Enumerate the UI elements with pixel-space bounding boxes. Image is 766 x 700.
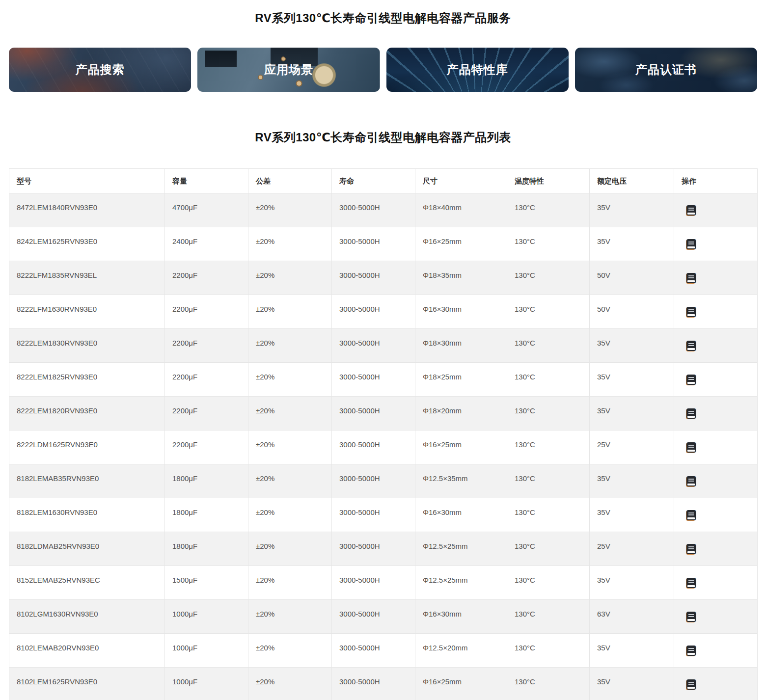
document-icon[interactable] [686, 544, 696, 554]
cell-life: 3000-5000H [332, 261, 415, 295]
product-list-title: RV系列130℃长寿命引线型电解电容器产品列表 [0, 130, 766, 145]
cell-temperature: 130°C [507, 464, 590, 498]
cell-model: 8182LEM1630RVN93E0 [9, 498, 165, 532]
cell-tolerance: ±20% [248, 329, 332, 363]
banner-product-certificates-label: 产品认证书 [635, 62, 697, 78]
banner-product-certificates[interactable]: 产品认证书 [575, 48, 757, 92]
table-row: 8222LDM1625RVN93E0 2200μF ±20% 3000-5000… [9, 431, 758, 464]
table-row: 8222LFM1630RVN93E0 2200μF ±20% 3000-5000… [9, 295, 758, 329]
cell-model: 8102LEM1625RVN93E0 [9, 668, 165, 700]
table-row: 8182LDMAB25RVN93E0 1800μF ±20% 3000-5000… [9, 532, 758, 566]
banner-product-characteristics[interactable]: 产品特性库 [386, 48, 569, 92]
col-header-operation: 操作 [674, 169, 758, 193]
col-header-tolerance: 公差 [248, 169, 332, 193]
product-table-body: 8472LEM1840RVN93E0 4700μF ±20% 3000-5000… [9, 193, 758, 700]
document-icon[interactable] [686, 273, 696, 283]
cell-life: 3000-5000H [332, 600, 415, 634]
document-icon[interactable] [686, 341, 696, 351]
cell-tolerance: ±20% [248, 464, 332, 498]
cell-voltage: 50V [590, 295, 674, 329]
cell-operation [674, 668, 758, 700]
document-icon[interactable] [686, 646, 696, 656]
cell-size: Φ12.5×25mm [415, 532, 507, 566]
cell-model: 8152LEMAB25RVN93EC [9, 566, 165, 600]
cell-capacity: 1000μF [165, 668, 248, 700]
cell-capacity: 2200μF [165, 363, 248, 397]
cell-life: 3000-5000H [332, 329, 415, 363]
table-row: 8102LGM1630RVN93E0 1000μF ±20% 3000-5000… [9, 600, 758, 634]
cell-tolerance: ±20% [248, 431, 332, 464]
cell-voltage: 35V [590, 464, 674, 498]
cell-voltage: 35V [590, 329, 674, 363]
col-header-temperature: 温度特性 [507, 169, 590, 193]
cell-temperature: 130°C [507, 193, 590, 227]
document-icon[interactable] [686, 205, 696, 215]
document-icon[interactable] [686, 476, 696, 486]
cell-operation [674, 227, 758, 261]
cell-size: Φ16×25mm [415, 431, 507, 464]
cell-model: 8222LEM1820RVN93E0 [9, 397, 165, 431]
cell-voltage: 25V [590, 532, 674, 566]
cell-operation [674, 464, 758, 498]
document-icon[interactable] [686, 578, 696, 588]
cell-operation [674, 600, 758, 634]
cell-model: 8222LFM1835RVN93EL [9, 261, 165, 295]
cell-size: Φ16×30mm [415, 498, 507, 532]
cell-model: 8222LEM1825RVN93E0 [9, 363, 165, 397]
cell-capacity: 2200μF [165, 261, 248, 295]
cell-model: 8472LEM1840RVN93E0 [9, 193, 165, 227]
cell-capacity: 2200μF [165, 329, 248, 363]
cell-life: 3000-5000H [332, 634, 415, 668]
cell-temperature: 130°C [507, 668, 590, 700]
document-icon[interactable] [686, 307, 696, 317]
document-icon[interactable] [686, 612, 696, 622]
cell-temperature: 130°C [507, 295, 590, 329]
document-icon[interactable] [686, 510, 696, 520]
cell-model: 8182LEMAB35RVN93E0 [9, 464, 165, 498]
banner-product-search[interactable]: 产品搜索 [9, 48, 191, 92]
cell-model: 8242LEM1625RVN93E0 [9, 227, 165, 261]
table-row: 8222LFM1835RVN93EL 2200μF ±20% 3000-5000… [9, 261, 758, 295]
banner-product-characteristics-label: 产品特性库 [447, 62, 508, 78]
col-header-size: 尺寸 [415, 169, 507, 193]
cell-operation [674, 261, 758, 295]
cell-model: 8102LEMAB20RVN93E0 [9, 634, 165, 668]
cell-voltage: 63V [590, 600, 674, 634]
product-table: 型号 容量 公差 寿命 尺寸 温度特性 额定电压 操作 8472LEM1840R… [9, 168, 758, 700]
cell-temperature: 130°C [507, 363, 590, 397]
cell-voltage: 35V [590, 634, 674, 668]
cell-tolerance: ±20% [248, 295, 332, 329]
cell-voltage: 35V [590, 498, 674, 532]
cell-operation [674, 397, 758, 431]
cell-size: Φ18×35mm [415, 261, 507, 295]
cell-model: 8102LGM1630RVN93E0 [9, 600, 165, 634]
cell-tolerance: ±20% [248, 634, 332, 668]
cell-life: 3000-5000H [332, 227, 415, 261]
table-row: 8472LEM1840RVN93E0 4700μF ±20% 3000-5000… [9, 193, 758, 227]
cell-temperature: 130°C [507, 566, 590, 600]
cell-life: 3000-5000H [332, 193, 415, 227]
table-row: 8242LEM1625RVN93E0 2400μF ±20% 3000-5000… [9, 227, 758, 261]
cell-capacity: 1800μF [165, 464, 248, 498]
document-icon[interactable] [686, 679, 696, 690]
cell-model: 8222LDM1625RVN93E0 [9, 431, 165, 464]
table-row: 8182LEMAB35RVN93E0 1800μF ±20% 3000-5000… [9, 464, 758, 498]
cell-capacity: 1800μF [165, 532, 248, 566]
document-icon[interactable] [686, 375, 696, 385]
cell-tolerance: ±20% [248, 227, 332, 261]
banner-nav: 产品搜索 应用场景 产品特性库 产品认证书 [9, 48, 757, 92]
document-icon[interactable] [686, 239, 696, 249]
document-icon[interactable] [686, 442, 696, 453]
cell-operation [674, 532, 758, 566]
cell-life: 3000-5000H [332, 295, 415, 329]
banner-application-scenarios-label: 应用场景 [264, 62, 313, 78]
document-icon[interactable] [686, 408, 696, 419]
cell-life: 3000-5000H [332, 431, 415, 464]
banner-application-scenarios[interactable]: 应用场景 [197, 48, 380, 92]
cell-tolerance: ±20% [248, 397, 332, 431]
cell-operation [674, 193, 758, 227]
table-row: 8152LEMAB25RVN93EC 1500μF ±20% 3000-5000… [9, 566, 758, 600]
cell-voltage: 35V [590, 227, 674, 261]
table-row: 8102LEMAB20RVN93E0 1000μF ±20% 3000-5000… [9, 634, 758, 668]
cell-operation [674, 566, 758, 600]
